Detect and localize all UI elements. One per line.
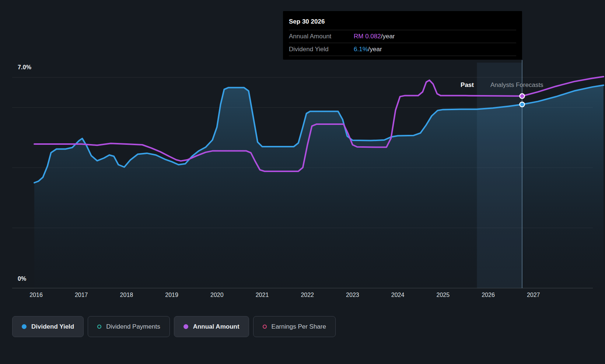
dividend-yield-dot-icon [22,324,27,329]
tooltip-amount-value: RM 0.082 [354,33,381,40]
legend-earnings-per-share[interactable]: Earnings Per Share [253,316,336,337]
legend-dividend-payments[interactable]: Dividend Payments [88,316,169,337]
chart-tooltip: Sep 30 2026 Annual Amount RM 0.082/year … [283,11,522,60]
legend-annual-amount[interactable]: Annual Amount [174,316,249,337]
legend-label: Annual Amount [193,323,239,330]
tooltip-date: Sep 30 2026 [289,16,516,30]
x-tick-label-2016: 2016 [21,292,51,298]
legend-label: Earnings Per Share [272,323,326,330]
x-tick-label-2021: 2021 [248,292,277,298]
tooltip-yield-suffix: /year [368,46,382,53]
x-tick-label-2018: 2018 [112,292,141,298]
x-tick-label-2024: 2024 [383,292,413,298]
legend-label: Dividend Yield [31,323,74,330]
annual-amount-dot-icon [183,324,188,329]
tooltip-label-annual-amount: Annual Amount [289,33,354,40]
amount-forecast-marker[interactable] [520,94,525,98]
tooltip-value-annual-amount: RM 0.082/year [354,33,395,40]
legend-label: Dividend Payments [106,323,160,330]
tooltip-label-dividend-yield: Dividend Yield [289,46,354,53]
x-tick-label-2019: 2019 [157,292,186,298]
tooltip-row-dividend-yield: Dividend Yield 6.1%/year [289,43,516,56]
y-axis-label-top: 7.0% [18,64,31,71]
tooltip-row-annual-amount: Annual Amount RM 0.082/year [289,30,516,43]
chart-legend: Dividend Yield Dividend Payments Annual … [12,316,336,337]
yield-forecast-marker[interactable] [520,102,525,107]
dividend-history-chart: 7.0% 0% Past Analysts Forecasts 20162017… [0,0,605,364]
analysts-forecasts-label: Analysts Forecasts [490,81,543,89]
x-tick-label-2027: 2027 [519,292,548,298]
x-tick-label-2020: 2020 [202,292,232,298]
past-label: Past [461,81,474,89]
tooltip-yield-value: 6.1% [354,46,368,53]
x-tick-label-2023: 2023 [338,292,367,298]
x-tick-label-2026: 2026 [473,292,503,298]
x-axis: 2016201720182019202020212022202320242025… [0,292,605,301]
dividend-payments-ring-icon [97,325,101,329]
tooltip-amount-suffix: /year [381,33,395,40]
y-axis-label-bottom: 0% [18,276,27,282]
legend-dividend-yield[interactable]: Dividend Yield [12,316,84,337]
x-tick-label-2025: 2025 [428,292,458,298]
tooltip-value-dividend-yield: 6.1%/year [354,46,382,53]
x-tick-label-2017: 2017 [67,292,96,298]
x-tick-label-2022: 2022 [293,292,322,298]
earnings-per-share-ring-icon [263,325,267,329]
